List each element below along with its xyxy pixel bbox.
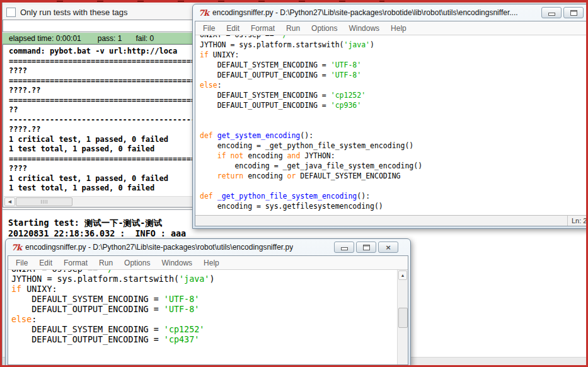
only-run-tagged-label: Only run tests with these tags <box>20 8 128 17</box>
menu-windows[interactable]: Windows <box>156 259 198 267</box>
maximize-icon <box>570 10 577 16</box>
console-output[interactable]: command: pybot.bat -v url:http://loca ==… <box>3 44 195 207</box>
tags-input[interactable] <box>3 20 199 32</box>
code-editor-top[interactable]: UNIXY = os.sep == '/' JYTHON = sys.platf… <box>195 35 588 215</box>
fail-count-label: fail: 0 <box>135 34 154 43</box>
menu-help[interactable]: Help <box>198 259 225 267</box>
console-text: command: pybot.bat -v url:http://loca ==… <box>3 45 195 194</box>
titlebar-top[interactable]: 7k encodingsniffer.py - D:\Python27\Lib\… <box>195 4 588 21</box>
run-status-bar: elapsed time: 0:00:01 pass: 1 fail: 0 <box>3 33 195 44</box>
editor-statusbar-top: Ln: 26 <box>195 215 588 226</box>
menu-help[interactable]: Help <box>385 24 412 33</box>
minimize-icon <box>548 13 555 16</box>
code-vscrollbar[interactable]: ▲ <box>397 270 408 364</box>
menubar-top: FileEditFormatRunOptionsWindowsHelp <box>195 21 588 35</box>
titlebar-bottom[interactable]: 7k encodingsniffer.py - D:\Python27\Lib\… <box>8 239 408 255</box>
minimize-icon <box>341 247 348 250</box>
menu-options[interactable]: Options <box>306 24 343 33</box>
menu-file[interactable]: File <box>10 259 33 267</box>
console-hscrollbar[interactable]: ◀ <box>4 196 193 206</box>
close-icon: × <box>385 243 391 252</box>
elapsed-time-label: elapsed time: 0:00:01 <box>9 34 81 43</box>
scroll-grip-icon <box>41 200 47 204</box>
editor-body-bottom: FileEditFormatRunOptionsWindowsHelp UNIX… <box>8 255 408 365</box>
maximize-button[interactable] <box>356 242 376 253</box>
code-text-bottom: UNIXY = os.sep == '/' JYTHON = sys.platf… <box>8 270 408 345</box>
editor-body-top: FileEditFormatRunOptionsWindowsHelp UNIX… <box>195 21 588 226</box>
vscroll-thumb[interactable] <box>398 308 408 328</box>
menu-options[interactable]: Options <box>118 259 156 267</box>
window-controls-bottom: × <box>334 242 398 253</box>
menu-windows[interactable]: Windows <box>343 24 385 33</box>
tk-icon: 7k <box>199 8 209 18</box>
screenshot-border-top <box>0 0 588 3</box>
editor-window-robot: 7k encodingsniffer.py - D:\Python27\Lib\… <box>5 238 411 367</box>
tags-option-row: Only run tests with these tags <box>3 5 195 19</box>
maximize-icon <box>363 245 370 250</box>
screenshot-root: Only run tests with these tags elapsed t… <box>0 0 588 367</box>
menu-edit[interactable]: Edit <box>221 24 245 33</box>
editor-window-robotide: 7k encodingsniffer.py - D:\Python27\Lib\… <box>192 4 588 229</box>
menubar-bottom: FileEditFormatRunOptionsWindowsHelp <box>8 256 408 270</box>
window-controls-top <box>541 7 584 18</box>
minimize-button[interactable] <box>541 7 562 18</box>
scroll-left-arrow-icon[interactable]: ◀ <box>4 197 15 206</box>
menu-format[interactable]: Format <box>245 24 280 33</box>
code-text-top: UNIXY = os.sep == '/' JYTHON = sys.platf… <box>195 35 588 211</box>
hscroll-thumb[interactable] <box>16 197 72 206</box>
maximize-button[interactable] <box>563 7 584 18</box>
line-indicator: Ln: 26 <box>567 216 588 226</box>
only-run-tagged-checkbox[interactable] <box>6 8 16 17</box>
window-title-top: encodingsniffer.py - D:\Python27\Lib\sit… <box>212 8 518 17</box>
window-title-bottom: encodingsniffer.py - D:\Python27\Lib\sit… <box>25 243 293 252</box>
menu-file[interactable]: File <box>197 24 221 33</box>
tk-icon: 7k <box>11 243 21 252</box>
menu-edit[interactable]: Edit <box>33 259 58 267</box>
minimize-button[interactable] <box>334 242 354 253</box>
screenshot-border-left <box>0 0 2 367</box>
menu-run[interactable]: Run <box>93 259 118 267</box>
pass-count-label: pass: 1 <box>98 34 122 43</box>
menu-format[interactable]: Format <box>58 259 93 267</box>
code-editor-bottom[interactable]: UNIXY = os.sep == '/' JYTHON = sys.platf… <box>8 270 408 364</box>
scroll-up-arrow-icon[interactable]: ▲ <box>398 271 407 280</box>
menu-run[interactable]: Run <box>280 24 306 33</box>
close-button[interactable]: × <box>378 242 398 253</box>
